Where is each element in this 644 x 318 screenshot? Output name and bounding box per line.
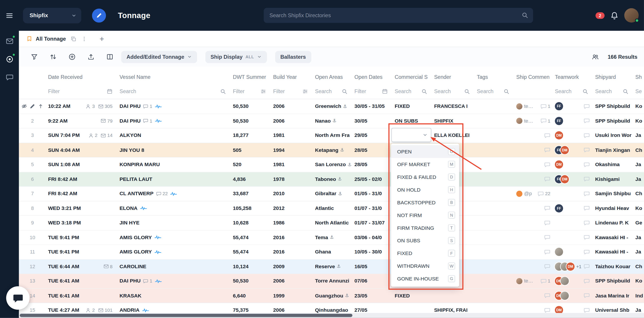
column-header-vessel[interactable]: Vessel Name — [118, 70, 231, 84]
filter-sender[interactable]: Search — [432, 84, 475, 99]
add-tonnage-button[interactable] — [68, 53, 76, 61]
table-row[interactable]: 12TUE 6:44 AM8CAROLINE10,1242009Reserve⚓… — [19, 260, 644, 274]
teamwork-chat-button[interactable] — [584, 293, 590, 299]
hide-row-icon[interactable] — [22, 103, 27, 109]
teamwork-chat-button[interactable] — [584, 278, 590, 284]
scrollbar-thumb[interactable] — [20, 314, 352, 317]
filter-date[interactable]: Filter — [46, 84, 118, 99]
open-row-icon[interactable] — [38, 103, 44, 109]
status-option-not-firm[interactable]: NOT FIRMN — [391, 209, 459, 222]
column-header-dwt[interactable]: DWT Summer — [231, 70, 271, 84]
ship-comment-button[interactable]: 22 — [538, 191, 550, 197]
tab-all-tonnage[interactable]: All Tonnage — [24, 36, 90, 42]
status-option-fixed-failed[interactable]: FIXED & FAILEDD — [391, 171, 459, 183]
teamwork-chat-button[interactable] — [584, 147, 590, 153]
teamwork-chat-button[interactable] — [584, 191, 590, 197]
table-row[interactable]: 8WED 3:21 PMELONA105,2582012Atlantic01/0… — [19, 201, 644, 216]
column-header-rownum[interactable] — [19, 70, 46, 84]
filter-tags[interactable]: Search — [475, 84, 514, 99]
columns-button[interactable] — [106, 53, 114, 61]
ship-comment-button[interactable] — [544, 234, 550, 241]
status-combobox[interactable] — [391, 128, 431, 142]
workspace-switcher[interactable]: Shipfix — [23, 7, 82, 23]
added-edited-dropdown[interactable]: Added/Edited Tonnage — [121, 51, 197, 63]
column-header-shipcom[interactable]: Ship Commen — [514, 70, 553, 84]
filter-shipyard[interactable]: Search — [593, 84, 633, 99]
table-row[interactable]: 7FRI 8:42 AMCL ANTWERP2233,6872010Gibral… — [19, 187, 644, 201]
teamwork-chat-button[interactable] — [584, 133, 590, 139]
add-tab-button[interactable]: + — [100, 35, 104, 43]
ship-comment-button[interactable]: 1 — [540, 118, 550, 124]
filter-area[interactable]: Search — [313, 84, 352, 99]
table-row[interactable]: 29:22 AM79DAI PHU150,5302006Nanao⚓30/05O… — [19, 114, 644, 128]
share-button[interactable] — [591, 53, 600, 61]
status-option-withdrawn[interactable]: WITHDRAWNW — [391, 260, 459, 272]
user-avatar[interactable] — [624, 8, 639, 22]
column-header-tags[interactable]: Tags — [475, 70, 514, 84]
menu-button[interactable] — [0, 0, 19, 31]
teamwork-chat-button[interactable] — [584, 161, 590, 168]
ship-comment-button[interactable] — [544, 176, 550, 182]
export-button[interactable] — [87, 53, 95, 61]
bell-icon[interactable] — [610, 11, 618, 20]
column-header-area[interactable]: Open Areas — [313, 70, 352, 84]
sidebar-item-tonnage[interactable] — [2, 53, 16, 65]
duplicate-icon[interactable] — [71, 36, 77, 42]
sidebar-item-inbox[interactable] — [2, 35, 16, 47]
column-header-date[interactable]: Date Received — [46, 70, 118, 84]
table-row[interactable]: 3SUN 7:04 PM214ALKYON18,2771981North Arm… — [19, 128, 644, 143]
ship-comment-button[interactable] — [544, 293, 550, 299]
ship-comment-button[interactable] — [544, 133, 550, 139]
column-header-country[interactable]: Sh — [633, 70, 644, 84]
sidebar-item-chat[interactable] — [2, 71, 16, 83]
table-row[interactable]: 9WED 3:18 PMJIN HYE10,6281986North Atlan… — [19, 216, 644, 230]
filter-status[interactable]: Search — [393, 84, 432, 99]
teamwork-chat-button[interactable] — [584, 249, 590, 255]
filter-button[interactable] — [30, 53, 38, 61]
notification-badge[interactable]: 2 — [596, 12, 604, 18]
status-option-backstopped[interactable]: BACKSTOPPEDB — [391, 196, 459, 209]
table-row[interactable]: 4SUN 4:04 AMJIN YOU 85051994Ketapang⚓28/… — [19, 143, 644, 158]
filter-teamwork[interactable]: Search — [553, 84, 593, 99]
status-option-fixed[interactable]: FIXEDF — [391, 247, 459, 260]
table-row[interactable]: 14TUE 6:41 AMKRASAK6,6401999Guangzhou⚓23… — [19, 289, 644, 303]
filter-year[interactable]: Filter — [271, 84, 313, 99]
teamwork-chat-button[interactable] — [584, 205, 590, 211]
filter-country[interactable]: Se — [633, 84, 644, 99]
ship-comment-button[interactable] — [544, 161, 550, 168]
teamwork-chat-button[interactable] — [584, 307, 590, 313]
table-row[interactable]: 11TUE 9:41 PMAMIS GLORY55,4742016Ghana10… — [19, 245, 644, 260]
ballasters-button[interactable]: Ballasters — [275, 51, 311, 63]
column-header-status[interactable]: Commercial S — [393, 70, 432, 84]
ship-comment-button[interactable] — [544, 264, 550, 270]
teamwork-chat-button[interactable] — [584, 264, 590, 270]
filter-vessel[interactable]: Search — [118, 84, 231, 99]
filter-dwt[interactable]: Filter — [231, 84, 271, 99]
global-search-input[interactable] — [264, 8, 533, 23]
teamwork-chat-button[interactable] — [584, 103, 590, 109]
column-header-teamwork[interactable]: Teamwork — [553, 70, 593, 84]
table-row[interactable]: 10TUE 9:41 PMAMIS GLORY55,4742016Tema⚓03… — [19, 230, 644, 245]
column-header-sender[interactable]: Sender — [432, 70, 475, 84]
chat-launcher[interactable] — [6, 286, 30, 310]
status-option-off-market[interactable]: OFF MARKETM — [391, 158, 459, 171]
more-options-icon[interactable] — [82, 36, 87, 42]
edit-row-icon[interactable] — [30, 103, 35, 109]
ship-comment-button[interactable] — [544, 220, 550, 226]
table-row[interactable]: 13TUE 6:41 AMDAI PHU150,5302006Torre Ann… — [19, 274, 644, 289]
column-header-year[interactable]: Build Year — [271, 70, 313, 84]
table-row[interactable]: 10:22 AM3305DAI PHU150,5302006Greenwich⚓… — [19, 99, 644, 114]
status-option-on-subs[interactable]: ON SUBSS — [391, 234, 459, 247]
status-option-open[interactable]: OPENO — [391, 145, 459, 158]
table-row[interactable]: 6FRI 8:42 AMPELITA LAUT4,8361978Taboneo⚓… — [19, 172, 644, 186]
table-row[interactable]: 5SUN 1:08 AMKONPIRA MARU5201981San Loren… — [19, 158, 644, 172]
column-header-shipyard[interactable]: Shipyard — [593, 70, 633, 84]
ship-display-dropdown[interactable]: Ship Display ALL — [205, 51, 267, 63]
ship-comment-button[interactable]: 1 — [540, 278, 550, 284]
sort-button[interactable] — [49, 53, 57, 61]
status-option-gone-in-house[interactable]: GONE IN-HOUSEG — [391, 272, 459, 285]
ship-comment-button[interactable] — [544, 249, 550, 255]
column-header-dates[interactable]: Open Dates — [352, 70, 393, 84]
teamwork-chat-button[interactable] — [584, 234, 590, 241]
status-option-firm-trading[interactable]: FIRM TRADINGT — [391, 222, 459, 234]
